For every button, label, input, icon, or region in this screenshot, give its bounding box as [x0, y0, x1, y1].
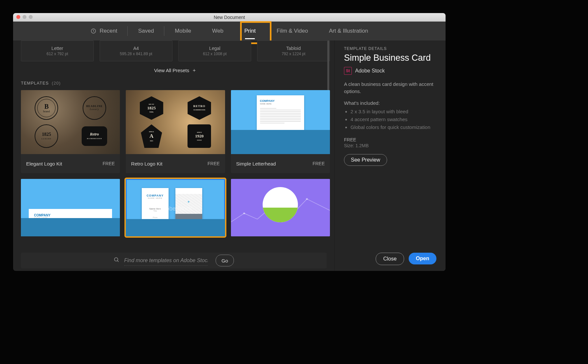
clock-icon: [90, 28, 96, 34]
template-card-infographic[interactable]: [231, 179, 330, 236]
price-badge: FREE: [103, 161, 115, 166]
titlebar: New Document: [13, 13, 446, 22]
thumb-text: NAME HERE: [34, 217, 107, 219]
preset-dims: 792 x 1224 pt: [282, 52, 305, 56]
zoom-icon[interactable]: [29, 15, 33, 19]
tab-recent[interactable]: Recent: [80, 22, 128, 40]
preset-row: Letter 612 x 792 pt A4 595.28 x 841.89 p…: [21, 40, 330, 61]
window-controls: [16, 15, 33, 19]
svg-point-1: [243, 213, 245, 214]
thumb-text: COMPANY: [260, 99, 301, 103]
tab-film-video[interactable]: Film & Video: [266, 22, 318, 40]
tab-print[interactable]: Print: [234, 22, 266, 40]
tab-mobile[interactable]: Mobile: [164, 22, 202, 40]
preset-name: Tabloid: [286, 46, 301, 51]
preset-name: A4: [133, 46, 139, 51]
preset-legal[interactable]: Legal 612 x 1008 pt: [178, 40, 251, 61]
tab-label: Art & Illustration: [329, 28, 368, 34]
window-title: New Document: [13, 15, 446, 20]
search-icon: [114, 257, 120, 264]
preset-letter[interactable]: Letter 612 x 792 pt: [21, 40, 94, 61]
template-title: Simple Letterhead: [236, 161, 276, 166]
template-title: Elegant Logo Kit: [26, 161, 62, 166]
template-card-simple-letterhead[interactable]: COMPANY NAME HERE Simple Letterhead FREE: [231, 90, 330, 173]
view-all-presets[interactable]: View All Presets ＋: [21, 67, 330, 73]
adobe-stock-icon: St: [344, 67, 352, 75]
tab-art-illustration[interactable]: Art & Illustration: [318, 22, 379, 40]
stock-label: Adobe Stock: [355, 68, 385, 74]
svg-point-4: [114, 258, 118, 261]
tab-label: Recent: [100, 28, 117, 34]
templates-grid-row2: COMPANY NAME HERE Name Here12345 Street …: [21, 179, 330, 236]
template-card-simple-business-card[interactable]: COMPANY NAME HERE Name Here Title PhoneE…: [126, 179, 225, 236]
thumb-text: COMPANY: [142, 194, 169, 197]
new-document-dialog: New Document Recent Saved Mobile Web Pri…: [13, 13, 446, 271]
preset-name: Letter: [52, 46, 63, 51]
included-heading: What's included:: [344, 100, 436, 106]
details-heading: TEMPLATE DETAILS: [344, 46, 436, 51]
thumb-text: Name Here12345 Street NameCity, ST 12345: [86, 229, 106, 236]
tab-label: Mobile: [175, 28, 191, 34]
template-card-retro-logo-kit[interactable]: MY NY1825USA RETROHAIRDRESSER SINCEA1825…: [126, 90, 225, 173]
preset-tabloid[interactable]: Tabloid 792 x 1224 pt: [257, 40, 330, 61]
tab-label: Print: [244, 28, 256, 34]
tab-label: Film & Video: [277, 28, 308, 34]
template-card-elegant-logo-kit[interactable]: Bbrand HEADLINELuxury 1825LUXURY RetroHA…: [21, 90, 120, 173]
template-card-envelope[interactable]: COMPANY NAME HERE Name Here12345 Street …: [21, 179, 120, 236]
left-panel: Letter 612 x 792 pt A4 595.28 x 841.89 p…: [13, 40, 335, 271]
template-title: Retro Logo Kit: [131, 161, 162, 166]
details-description: A clean business card design with accent…: [344, 81, 436, 95]
price-label: FREE: [344, 137, 436, 142]
tab-label: Web: [212, 28, 223, 34]
list-item: 4 accent pattern swatches: [351, 116, 436, 123]
templates-grid: Bbrand HEADLINELuxury 1825LUXURY RetroHA…: [21, 90, 330, 173]
see-preview-button[interactable]: See Preview: [344, 154, 387, 166]
price-badge: FREE: [313, 161, 325, 166]
svg-line-5: [117, 261, 119, 262]
search-input[interactable]: [124, 256, 208, 266]
details-title: Simple Business Card: [344, 53, 436, 63]
included-list: 2 x 3.5 in layout with bleed 4 accent pa…: [344, 108, 436, 131]
plus-icon: ＋: [192, 67, 197, 73]
map-pin-icon: ⌖: [188, 199, 190, 204]
thumb-text: COMPANY: [34, 214, 107, 217]
close-button[interactable]: Close: [376, 253, 404, 265]
details-panel: TEMPLATE DETAILS Simple Business Card St…: [335, 40, 446, 271]
close-icon[interactable]: [16, 15, 20, 19]
preset-dims: 612 x 1008 pt: [203, 52, 227, 56]
tab-saved[interactable]: Saved: [128, 22, 164, 40]
section-label: TEMPLATES: [21, 81, 49, 86]
view-all-label: View All Presets: [154, 68, 189, 73]
preset-name: Legal: [209, 46, 220, 51]
list-item: 2 x 3.5 in layout with bleed: [351, 108, 436, 116]
search-bar: Go: [21, 253, 327, 268]
list-item: Global colors for quick customization: [351, 123, 436, 131]
thumb-text: NAME HERE: [260, 103, 301, 105]
price-badge: FREE: [207, 161, 220, 166]
thumb-text: NAME HERE: [142, 197, 169, 199]
tab-label: Saved: [138, 28, 154, 34]
category-tabbar: Recent Saved Mobile Web Print Film & Vid…: [13, 22, 446, 40]
preset-dims: 612 x 792 pt: [46, 52, 68, 56]
minimize-icon[interactable]: [23, 15, 26, 19]
go-button[interactable]: Go: [216, 255, 234, 266]
preset-a4[interactable]: A4 595.28 x 841.89 pt: [100, 40, 172, 61]
templates-count: (20): [50, 81, 61, 86]
tab-web[interactable]: Web: [202, 22, 234, 40]
pie-icon: [263, 187, 298, 222]
templates-heading: TEMPLATES (20): [21, 81, 330, 86]
adobe-stock-source[interactable]: St Adobe Stock: [344, 67, 436, 75]
svg-point-3: [306, 198, 308, 200]
preset-dims: 595.28 x 841.89 pt: [120, 52, 152, 56]
size-label: Size: 1.2MB: [344, 143, 436, 148]
open-button[interactable]: Open: [409, 253, 436, 264]
